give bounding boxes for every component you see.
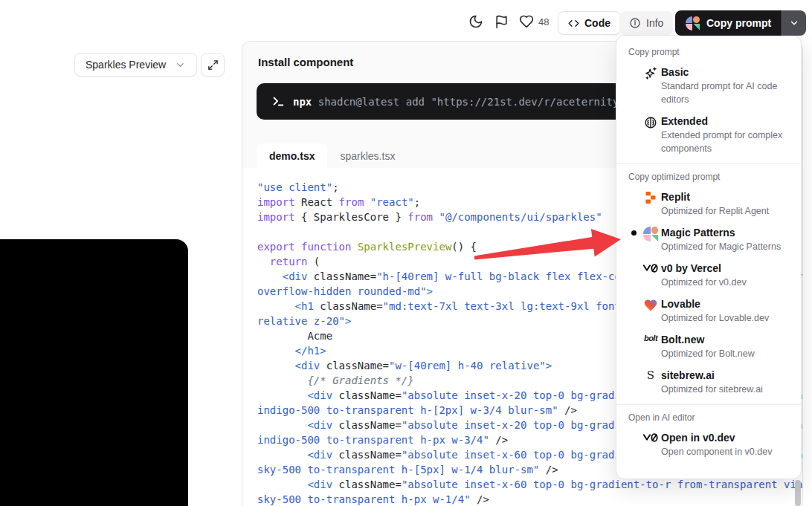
menu-item-magic-patterns[interactable]: Magic PatternsOptimized for Magic Patter… — [616, 222, 801, 258]
menu-item-lovable[interactable]: LovableOptimized for Lovable.dev — [616, 293, 801, 329]
code-line: sky-500 to-transparent h-px w-1/4" /> — [257, 492, 802, 506]
tab-demo-tsx[interactable]: demo.tsx — [257, 143, 327, 168]
v0-icon — [640, 261, 661, 289]
menu-item-desc: Standard prompt for AI code editors — [661, 80, 790, 106]
menu-item-basic[interactable]: BasicStandard prompt for AI code editors — [616, 62, 801, 111]
menu-item-desc: Optimized for Replit Agent — [661, 204, 790, 218]
code-file-tabs: demo.tsx sparkles.tsx — [257, 143, 407, 168]
menu-item-title: Bolt.new — [661, 332, 790, 347]
menu-item-open-in-v0-dev[interactable]: Open in v0.devOpen component in v0.dev — [616, 427, 801, 463]
replit-icon — [640, 189, 661, 218]
report-flag-button[interactable] — [492, 12, 511, 31]
copy-prompt-split-button: Copy prompt — [675, 10, 806, 36]
menu-item-desc: Optimized for Lovable.dev — [661, 311, 790, 325]
app-screen: 48 Code Info Copy prompt Sparkles Previe… — [0, 0, 812, 506]
menu-section-label: Open in AI editor — [628, 412, 789, 424]
code-brackets-icon — [568, 18, 579, 29]
copy-prompt-menu: Copy promptBasicStandard prompt for AI c… — [616, 35, 802, 479]
menu-divider — [616, 163, 801, 164]
bullet-spacer — [627, 368, 640, 396]
expand-icon — [207, 59, 219, 71]
menu-item-desc: Optimized for Bolt.new — [661, 347, 790, 360]
menu-section-label: Copy prompt — [628, 46, 789, 59]
menu-item-desc: Optimized for v0.dev — [661, 276, 790, 289]
terminal-prompt-icon — [271, 95, 285, 108]
menu-section-label: Copy optimized prompt — [628, 171, 789, 184]
code-line: <div className="absolute inset-x-60 top-… — [257, 477, 802, 492]
info-icon — [629, 17, 641, 29]
copy-prompt-label: Copy prompt — [706, 17, 771, 29]
menu-item-v0-by-vercel[interactable]: v0 by VercelOptimized for v0.dev — [616, 258, 801, 293]
menu-item-title: sitebrew.ai — [661, 368, 790, 383]
menu-item-sitebrew-ai[interactable]: Ssitebrew.aiOptimized for sitebrew.ai — [616, 365, 801, 400]
menu-item-title: v0 by Vercel — [661, 261, 790, 276]
lovable-icon — [640, 296, 661, 325]
info-button-label: Info — [646, 17, 663, 29]
menu-divider — [616, 404, 801, 405]
bullet-spacer — [627, 332, 640, 360]
preview-variant-label: Sparkles Preview — [86, 59, 166, 71]
chevron-down-icon — [789, 18, 799, 28]
copy-prompt-button[interactable]: Copy prompt — [675, 10, 782, 36]
brain-icon — [640, 114, 661, 155]
preview-variant-select[interactable]: Sparkles Preview — [74, 53, 197, 77]
bullet-spacer — [627, 189, 640, 218]
tab-sparkles-tsx[interactable]: sparkles.tsx — [327, 143, 407, 168]
info-tab-button[interactable]: Info — [619, 11, 673, 35]
menu-item-extended[interactable]: ExtendedExtended prompt for complex comp… — [616, 111, 801, 160]
menu-item-title: Lovable — [661, 296, 790, 311]
bullet-spacer — [627, 65, 640, 106]
chevron-down-icon — [175, 59, 186, 71]
sparkles-icon — [640, 65, 661, 106]
v0-icon — [640, 430, 661, 458]
magic-patterns-icon — [640, 225, 661, 253]
moon-icon — [468, 14, 483, 29]
menu-item-desc: Open component in v0.dev — [661, 445, 790, 458]
menu-item-title: Extended — [661, 114, 790, 129]
panel-title: Install component — [258, 56, 353, 68]
code-button-label: Code — [584, 17, 610, 29]
bullet-spacer — [627, 296, 640, 325]
component-preview — [0, 239, 188, 506]
bullet-spacer — [627, 430, 640, 458]
menu-item-replit[interactable]: ReplitOptimized for Replit Agent — [616, 186, 801, 222]
menu-item-title: Magic Patterns — [661, 225, 790, 240]
fullscreen-button[interactable] — [201, 53, 225, 77]
menu-item-desc: Optimized for sitebrew.ai — [661, 383, 790, 396]
flag-icon — [494, 15, 509, 29]
menu-item-title: Replit — [661, 189, 790, 204]
likes-count: 48 — [538, 16, 549, 27]
terminal-command-npx: npx — [293, 96, 312, 108]
theme-toggle-button[interactable] — [466, 12, 486, 31]
scrollbar-thumb[interactable] — [795, 480, 801, 506]
menu-item-desc: Extended prompt for complex components — [661, 129, 790, 155]
menu-item-bolt-new[interactable]: boltBolt.newOptimized for Bolt.new — [616, 329, 801, 365]
bolt-icon: bolt — [640, 332, 661, 360]
menu-item-title: Open in v0.dev — [661, 430, 790, 445]
magic-patterns-icon — [686, 16, 700, 30]
sitebrew-icon: S — [640, 368, 661, 396]
bullet-spacer — [627, 261, 640, 289]
code-tab-button[interactable]: Code — [558, 11, 621, 35]
menu-item-title: Basic — [661, 65, 790, 80]
heart-icon — [519, 14, 534, 29]
selected-item-bullet — [627, 225, 640, 253]
menu-item-desc: Optimized for Magic Patterns — [661, 240, 790, 253]
copy-prompt-dropdown-toggle[interactable] — [782, 10, 806, 36]
bullet-spacer — [627, 114, 640, 155]
like-button[interactable] — [517, 12, 536, 31]
